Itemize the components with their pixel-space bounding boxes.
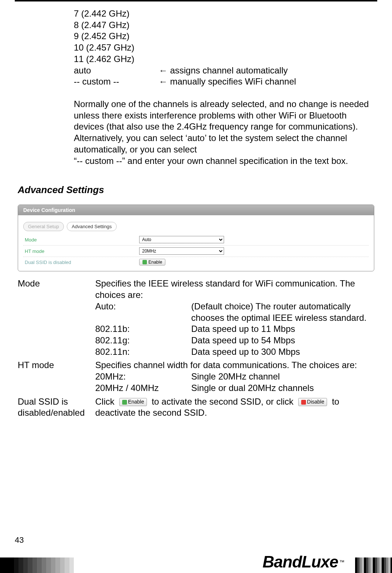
ssid-text: Click	[95, 397, 117, 406]
definition-mode: Mode Specifies the IEEE wireless standar…	[18, 278, 374, 357]
device-config-screenshot: Device Configuration General Setup Advan…	[18, 205, 374, 271]
enable-button-inline[interactable]: Enable	[119, 398, 147, 406]
paragraph-text: Alternatively, you can select ‘auto’ to …	[74, 133, 347, 154]
disable-icon	[301, 400, 306, 405]
definitions-list: Mode Specifies the IEEE wireless standar…	[18, 278, 374, 419]
brand-logo: BandLuxe™	[74, 551, 355, 573]
enable-icon	[122, 400, 127, 405]
field-label-dual-ssid: Dual SSID is disabled	[25, 260, 139, 265]
enable-button-label: Enable	[148, 260, 162, 265]
mode-option-key: 802.11b:	[95, 323, 191, 335]
channel-item: 7 (2.442 GHz)	[74, 8, 370, 20]
channel-item: 8 (2.447 GHz)	[74, 20, 370, 31]
tab-bar: General Setup Advanced Settings	[23, 222, 369, 231]
enable-button[interactable]: Enable	[139, 259, 165, 265]
section-heading-advanced-settings: Advanced Settings	[18, 184, 392, 196]
footer-gradient	[0, 557, 74, 573]
tab-general-setup[interactable]: General Setup	[23, 222, 64, 231]
panel-title: Device Configuration	[18, 205, 374, 215]
field-label-ht-mode: HT mode	[25, 248, 139, 254]
mode-option-key: Auto:	[95, 301, 191, 323]
channel-item: 9 (2.452 GHz)	[74, 31, 370, 42]
channel-auto-label: auto	[74, 65, 159, 76]
ssid-text: to activate the second SSID, or click	[152, 397, 296, 406]
footer: BandLuxe™	[0, 551, 392, 573]
field-label-mode: Mode	[25, 237, 139, 243]
paragraph-text: Normally one of the channels is already …	[74, 99, 369, 131]
mode-option-value: Data speed up to 11 Mbps	[191, 323, 374, 335]
enable-button-label: Enable	[128, 399, 144, 405]
mode-select[interactable]: Auto	[139, 236, 224, 243]
paragraph-text: “-- custom --” and enter your own channe…	[74, 156, 348, 166]
term-ht-mode: HT mode	[18, 360, 95, 394]
channel-item: 10 (2.457 GHz)	[74, 42, 370, 54]
mode-option-value: Data speed up to 300 Mbps	[191, 346, 374, 358]
enable-icon	[142, 260, 147, 264]
tab-advanced-settings[interactable]: Advanced Settings	[67, 222, 116, 231]
ht-option-key: 20MHz / 40MHz	[95, 382, 191, 394]
ht-option-key: 20MHz:	[95, 371, 191, 382]
term-dual-ssid: Dual SSID is disabled/enabled	[18, 396, 95, 419]
channel-auto-desc: ← assigns channel automatically	[159, 65, 370, 76]
channel-custom-label: -- custom --	[74, 76, 159, 88]
definition-dual-ssid: Dual SSID is disabled/enabled Click Enab…	[18, 396, 374, 419]
mode-intro: Specifies the IEEE wireless standard for…	[95, 278, 374, 301]
explanation-paragraph: Normally one of the channels is already …	[74, 99, 370, 167]
mode-option-key: 802.11g:	[95, 335, 191, 346]
ht-mode-select[interactable]: 20MHz	[139, 247, 224, 255]
channel-custom-desc: ← manually specifies WiFi channel	[159, 76, 370, 88]
channel-item: 11 (2.462 GHz)	[74, 54, 370, 65]
trademark-symbol: ™	[339, 559, 344, 565]
mode-option-value: (Default choice) The router automaticall…	[191, 301, 374, 323]
channel-list: 7 (2.442 GHz) 8 (2.447 GHz) 9 (2.452 GHz…	[74, 8, 370, 167]
definition-ht-mode: HT mode Specifies channel width for data…	[18, 360, 374, 394]
ht-intro: Specifies channel width for data communi…	[95, 360, 374, 371]
disable-button-inline[interactable]: Disable	[298, 398, 327, 406]
term-mode: Mode	[18, 278, 95, 357]
footer-stripe	[355, 557, 392, 573]
brand-text: BandLuxe	[262, 553, 338, 571]
ht-option-value: Single or dual 20MHz channels	[191, 382, 374, 394]
page-number: 43	[15, 535, 24, 545]
disable-button-label: Disable	[307, 399, 324, 405]
mode-option-key: 802.11n:	[95, 346, 191, 358]
ht-option-value: Single 20MHz channel	[191, 371, 374, 382]
mode-option-value: Data speed up to 54 Mbps	[191, 335, 374, 346]
